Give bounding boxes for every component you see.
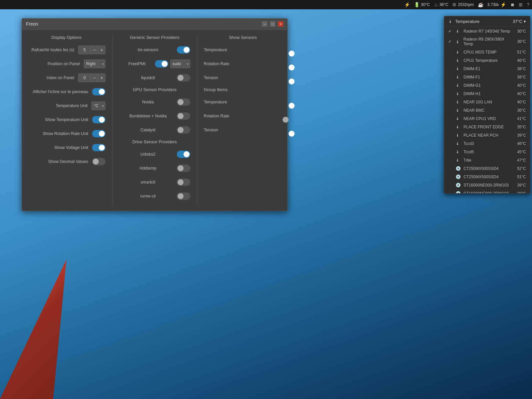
sensor-item-14[interactable]: 🌡 Tccd5 45°C	[444, 148, 530, 156]
show-decimal-toggle[interactable]	[92, 158, 105, 165]
chevron-down-icon[interactable]: ▾	[524, 19, 526, 24]
index-input[interactable]	[78, 73, 91, 82]
taskbar-voltage: 3.73㎓ ⚡	[487, 2, 506, 8]
temp-unit-select[interactable]: °C °F K	[91, 101, 105, 110]
sensor-name-19: ST16000NE000-2RW103	[464, 191, 509, 194]
index-label: Index on Panel	[27, 75, 78, 80]
taskbar-coffee[interactable]: ☕	[478, 2, 483, 7]
thermometer-icon: 🌡	[448, 19, 453, 24]
group-tension-row: Tension	[204, 125, 282, 135]
hddtemp-row: Hddtemp	[119, 164, 190, 173]
temp-icon-11: 🌡	[456, 124, 461, 129]
sensor-item-9[interactable]: 🌡 NEAR BMC 36°C	[444, 106, 530, 114]
check-icon-1: ✓	[448, 39, 453, 44]
nvidia-control	[177, 98, 190, 106]
liquidctl-label: liquidctl	[119, 75, 177, 80]
refresh-rate-increment[interactable]: +	[98, 46, 105, 54]
hddtemp-control	[177, 165, 190, 172]
bumblebee-toggle[interactable]	[177, 112, 190, 120]
taskbar-grid[interactable]: ⊞	[519, 2, 523, 7]
drive-icon-19: 💿	[456, 191, 461, 193]
show-voltage-unit-row: Show Voltage Unit	[27, 143, 105, 152]
temp-icon-0: 🌡	[456, 29, 461, 34]
show-temp-unit-control	[92, 116, 105, 123]
sudo-select[interactable]: sudo pkexec	[170, 60, 190, 68]
show-rotation-unit-row: Show Rotation Rate Unit	[27, 129, 105, 138]
sensor-item-0[interactable]: ✓ 🌡 Radeon R7 240/340 Temp 30°C	[444, 27, 530, 35]
sensor-temperature-label: Temperature	[204, 48, 282, 52]
sensor-item-16[interactable]: 💿 CT250MX500SSD4 52°C	[444, 164, 530, 173]
popup-menu: 🌡 Temperature 37°C ▾ ✓ 🌡 Radeon R7 240/3…	[444, 16, 530, 194]
show-temp-unit-toggle[interactable]	[92, 116, 105, 123]
refresh-rate-input[interactable]	[78, 46, 91, 54]
catalyst-toggle[interactable]	[177, 126, 190, 134]
refresh-rate-decrement[interactable]: −	[91, 46, 98, 54]
sensor-name-10: NEAR CPU1 VRD	[464, 116, 496, 121]
hddtemp-label: Hddtemp	[119, 166, 177, 171]
minimize-button[interactable]: –	[262, 21, 267, 27]
temp-unit-label: Temperature Unit	[27, 103, 91, 108]
sensor-item-17[interactable]: 💿 CT250MX500SSD4 51°C	[444, 173, 530, 181]
sensor-item-19[interactable]: 💿 ST16000NE000-2RW103 36°C	[444, 189, 530, 193]
nvidia-toggle[interactable]	[177, 98, 190, 106]
bumblebee-row: Bumblebee + Nvidia	[119, 111, 190, 121]
sensor-item-6[interactable]: 🌡 DIMM-G1 40°C	[444, 81, 530, 89]
show-rotation-unit-label: Show Rotation Rate Unit	[27, 131, 92, 136]
gpu-providers-header: GPU Sensor Providers	[119, 87, 190, 92]
sensor-item-2[interactable]: 🌡 CPU1 MOS TEMP 51°C	[444, 48, 530, 56]
bumblebee-control	[177, 112, 190, 120]
sensor-item-4[interactable]: 🌡 DIMM-E1 38°C	[444, 65, 530, 73]
sensor-val-17: 51°C	[517, 175, 526, 179]
taskbar-help[interactable]: ?	[527, 2, 529, 7]
taskbar-record[interactable]: ⏺	[510, 2, 515, 7]
index-decrement[interactable]: −	[91, 73, 98, 82]
sensor-item-8[interactable]: 🌡 NEAR 10G LAN 40°C	[444, 98, 530, 106]
sensor-temperature-row: Temperature	[204, 45, 282, 55]
smartctl-control	[177, 179, 190, 186]
sensor-val-0: 30°C	[517, 29, 526, 34]
maximize-button[interactable]: □	[270, 21, 275, 27]
nvme-cli-toggle[interactable]	[177, 193, 190, 200]
freeipmi-toggle[interactable]	[155, 60, 168, 67]
nvidia-row: Nvidia	[119, 97, 190, 107]
temp-unit-control: °C °F K	[91, 101, 105, 110]
window-titlebar: Freon – □ ✕	[22, 19, 287, 30]
show-voltage-unit-toggle[interactable]	[92, 144, 105, 151]
sensor-item-11[interactable]: 🌡 PLACE FRONT EDGE 35°C	[444, 123, 530, 131]
show-rotation-unit-toggle[interactable]	[92, 130, 105, 137]
close-button[interactable]: ✕	[278, 21, 283, 27]
group-temperature-row: Temperature	[204, 97, 282, 107]
sensor-item-7[interactable]: 🌡 DIMM-H1 40°C	[444, 89, 530, 98]
smartctl-label: smartctl	[119, 180, 177, 185]
show-icon-toggle[interactable]	[92, 88, 105, 95]
sensor-item-18[interactable]: 💿 ST16000NE000-2RW103 39°C	[444, 181, 530, 189]
temp-icon-7: 🌡	[456, 91, 461, 96]
generic-providers-header: Generic Sensor Providers	[119, 35, 190, 40]
sensor-item-3[interactable]: 🌡 CPU1 Temperature 46°C	[444, 56, 530, 65]
sensor-tension-label: Tension	[204, 75, 282, 80]
freon-window: Freon – □ ✕ Display Options Rafraichir t…	[22, 18, 288, 211]
smartctl-toggle[interactable]	[177, 179, 190, 186]
hddtemp-toggle[interactable]	[177, 165, 190, 172]
liquidctl-toggle[interactable]	[177, 74, 190, 81]
window-body: Display Options Rafraichir toutes les (s…	[22, 30, 287, 211]
sensor-val-13: 46°C	[517, 141, 526, 146]
index-increment[interactable]: +	[98, 73, 105, 82]
drive-icon-17: 💿	[456, 174, 461, 179]
sensor-val-10: 41°C	[517, 116, 526, 121]
show-icon-label: Afficher l'icône sur le panneau	[27, 89, 92, 94]
udisks2-toggle[interactable]	[177, 151, 190, 158]
position-select[interactable]: Left Right Center	[84, 60, 105, 68]
sensor-item-13[interactable]: 🌡 Tccd3 46°C	[444, 139, 530, 148]
taskbar-battery: 🔋 30°C	[414, 2, 430, 7]
show-icon-row: Afficher l'icône sur le panneau	[27, 87, 105, 96]
sensor-val-7: 40°C	[517, 91, 526, 96]
imsensors-toggle[interactable]	[177, 46, 190, 54]
sensor-item-12[interactable]: 🌡 PLACE NEAR PCH 39°C	[444, 131, 530, 139]
taskbar-fan: ⚙ 2532rpm	[452, 2, 473, 7]
sensor-item-10[interactable]: 🌡 NEAR CPU1 VRD 41°C	[444, 114, 530, 123]
popup-header-label: Temperature	[455, 19, 479, 24]
sensor-item-5[interactable]: 🌡 DIMM-F1 38°C	[444, 73, 530, 81]
sensor-item-15[interactable]: 🌡 Tdie 47°C	[444, 156, 530, 164]
sensor-item-1[interactable]: ✓ 🌡 Radeon R9 290X/390X Temp 36°C	[444, 35, 530, 48]
